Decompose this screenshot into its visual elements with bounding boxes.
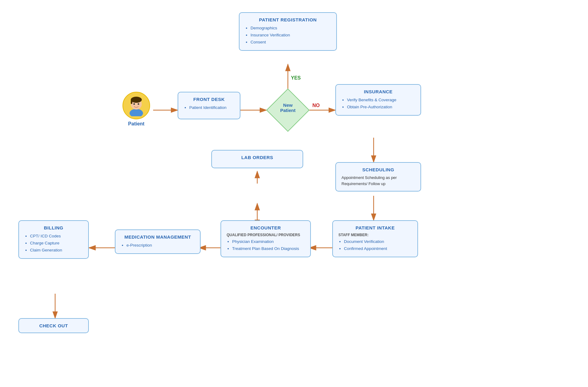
patient-node: Patient <box>123 92 150 127</box>
insurance-box: INSURANCE Verify Benefits & Coverage Obt… <box>335 84 421 116</box>
lab-orders-title: LAB ORDERS <box>217 155 297 160</box>
encounter-list: Physician Examination Treatment Plan Bas… <box>227 238 305 252</box>
check-out-box: CHECK OUT <box>18 318 89 333</box>
encounter-box: ENCOUNTER QUALIFIED PROFESSIONAL/ PROVID… <box>221 220 311 257</box>
patient-registration-title: PATIENT REGISTRATION <box>245 17 331 22</box>
insurance-item-2: Obtain Pre-Authorization <box>347 104 415 111</box>
encounter-item-2: Treatment Plan Based On Diagnosis <box>232 245 305 252</box>
intake-item-2: Confirmed Appointment <box>344 245 412 252</box>
front-desk-title: FRONT DESK <box>184 97 234 102</box>
lab-orders-box: LAB ORDERS <box>211 150 303 168</box>
registration-item-3: Consent <box>251 39 331 46</box>
patient-avatar <box>123 92 150 119</box>
encounter-subtitle: QUALIFIED PROFESSIONAL/ PROVIDERS <box>227 233 305 237</box>
medication-management-title: MEDICATION MANAGEMENT <box>121 234 194 240</box>
registration-item-1: Demographics <box>251 25 331 32</box>
diamond-shape <box>266 88 309 132</box>
insurance-item-1: Verify Benefits & Coverage <box>347 97 415 104</box>
registration-item-2: Insurance Verification <box>251 32 331 39</box>
svg-rect-5 <box>131 100 132 104</box>
encounter-item-1: Physician Examination <box>232 238 305 245</box>
patient-label: Patient <box>123 121 150 127</box>
billing-item-2: Charge Capture <box>30 240 83 247</box>
medication-management-list: e-Prescription <box>121 242 194 249</box>
svg-point-7 <box>138 103 139 105</box>
patient-intake-list: Document Verification Confirmed Appointm… <box>338 238 412 252</box>
billing-item-3: Claim Generation <box>30 247 83 254</box>
scheduling-text: Appointment Scheduling as per Requiremen… <box>341 175 415 187</box>
front-desk-box: FRONT DESK Patient Identification <box>178 92 240 119</box>
patient-registration-list: Demographics Insurance Verification Cons… <box>245 25 331 46</box>
scheduling-box: SCHEDULING Appointment Scheduling as per… <box>335 162 421 192</box>
billing-title: BILLING <box>24 225 83 230</box>
front-desk-item-1: Patient Identification <box>189 104 234 111</box>
diamond-node: New Patient <box>266 89 309 132</box>
patient-registration-box: PATIENT REGISTRATION Demographics Insura… <box>239 12 337 51</box>
billing-list: CPT/ ICD Codes Charge Capture Claim Gene… <box>24 233 83 254</box>
yes-label-text: YES <box>291 75 301 80</box>
svg-point-4 <box>131 97 142 103</box>
medication-management-box: MEDICATION MANAGEMENT e-Prescription <box>115 229 201 254</box>
flowchart: YES NO <box>0 0 588 387</box>
medication-item-1: e-Prescription <box>126 242 194 249</box>
encounter-title: ENCOUNTER <box>227 225 305 230</box>
insurance-list: Verify Benefits & Coverage Obtain Pre-Au… <box>341 97 415 111</box>
patient-intake-title: PATIENT INTAKE <box>338 225 412 230</box>
svg-point-6 <box>134 103 135 105</box>
scheduling-title: SCHEDULING <box>341 167 415 172</box>
front-desk-list: Patient Identification <box>184 104 234 111</box>
patient-intake-subtitle: STAFF MEMBER: <box>338 233 412 237</box>
svg-point-2 <box>130 109 143 116</box>
patient-intake-box: PATIENT INTAKE STAFF MEMBER: Document Ve… <box>332 220 418 257</box>
insurance-title: INSURANCE <box>341 89 415 94</box>
intake-item-1: Document Verification <box>344 238 412 245</box>
billing-item-1: CPT/ ICD Codes <box>30 233 83 240</box>
billing-box: BILLING CPT/ ICD Codes Charge Capture Cl… <box>18 220 89 259</box>
check-out-title: CHECK OUT <box>24 323 83 328</box>
no-label-text: NO <box>312 103 320 108</box>
patient-avatar-svg <box>126 95 147 116</box>
